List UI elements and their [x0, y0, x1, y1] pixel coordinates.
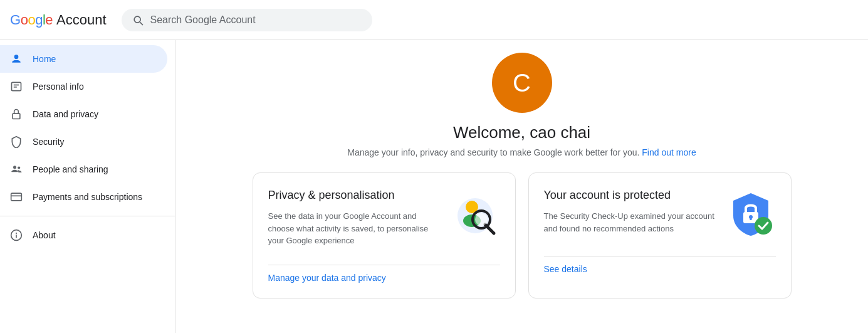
personal-info-icon	[10, 80, 23, 93]
subtitle-text: Manage your info, privacy and security t…	[347, 147, 639, 157]
payments-icon	[10, 191, 23, 203]
sidebar-item-security[interactable]: Security	[0, 128, 167, 156]
google-account-logo[interactable]: Google Account	[10, 12, 107, 28]
security-card-divider	[544, 256, 776, 256]
sidebar-item-payments-label: Payments and subscriptions	[33, 192, 142, 202]
svg-point-17	[475, 213, 488, 226]
sidebar-item-personal-label: Personal info	[33, 82, 84, 92]
sidebar-item-data-privacy-label: Data and privacy	[33, 109, 98, 119]
sidebar-divider	[0, 216, 175, 216]
privacy-card-content: Privacy & personalisation See the data i…	[268, 188, 500, 247]
security-card-text: Your account is protected The Security C…	[544, 188, 726, 235]
sidebar-item-home[interactable]: Home	[0, 45, 167, 73]
security-icon	[10, 135, 23, 148]
svg-rect-4	[13, 114, 20, 119]
privacy-card: Privacy & personalisation See the data i…	[253, 172, 516, 299]
privacy-illustration	[450, 188, 500, 238]
google-wordmark: Google	[10, 12, 53, 28]
search-placeholder: Search Google Account	[150, 14, 256, 26]
svg-point-0	[14, 55, 19, 59]
svg-point-21	[755, 217, 772, 235]
sidebar-item-about[interactable]: About	[0, 221, 167, 249]
privacy-card-link[interactable]: Manage your data and privacy	[268, 273, 500, 283]
sidebar-item-about-label: About	[33, 230, 56, 240]
cards-row: Privacy & personalisation See the data i…	[253, 172, 792, 299]
security-card-link[interactable]: See details	[544, 264, 776, 274]
security-card-content: Your account is protected The Security C…	[544, 188, 776, 238]
privacy-card-title: Privacy & personalisation	[268, 188, 440, 203]
sidebar-item-people-label: People and sharing	[33, 164, 108, 174]
avatar-letter: C	[513, 69, 531, 97]
security-illustration	[726, 188, 776, 238]
svg-point-6	[18, 166, 20, 169]
find-out-more-link[interactable]: Find out more	[642, 147, 696, 157]
privacy-card-text: Privacy & personalisation See the data i…	[268, 188, 450, 247]
sidebar: Home Personal info Data and privacy	[0, 40, 175, 333]
about-icon	[10, 229, 23, 241]
subtitle: Manage your info, privacy and security t…	[347, 147, 696, 157]
main-layout: Home Personal info Data and privacy	[0, 40, 868, 333]
privacy-card-description: See the data in your Google Account and …	[268, 210, 440, 247]
account-label: Account	[56, 12, 107, 28]
security-card-title: Your account is protected	[544, 188, 716, 203]
welcome-heading: Welcome, cao chai	[453, 123, 590, 142]
svg-rect-20	[750, 217, 751, 220]
privacy-card-divider	[268, 265, 500, 265]
sidebar-item-data-privacy[interactable]: Data and privacy	[0, 100, 167, 128]
svg-point-5	[13, 166, 16, 169]
home-icon	[10, 53, 23, 65]
search-bar[interactable]: Search Google Account	[122, 9, 372, 31]
svg-rect-7	[11, 193, 22, 201]
sidebar-item-security-label: Security	[33, 137, 65, 147]
sidebar-item-home-label: Home	[33, 54, 56, 64]
security-card-description: The Security Check-Up examined your acco…	[544, 210, 716, 235]
security-card: Your account is protected The Security C…	[528, 172, 792, 299]
data-privacy-icon	[10, 108, 23, 120]
header: Google Account Search Google Account	[0, 0, 868, 40]
main-content: C Welcome, cao chai Manage your info, pr…	[175, 40, 868, 333]
sidebar-item-people-sharing[interactable]: People and sharing	[0, 156, 167, 183]
avatar: C	[492, 53, 552, 113]
sidebar-item-personal-info[interactable]: Personal info	[0, 73, 167, 100]
search-icon	[132, 14, 144, 26]
people-sharing-icon	[10, 163, 23, 176]
sidebar-item-payments[interactable]: Payments and subscriptions	[0, 183, 167, 211]
